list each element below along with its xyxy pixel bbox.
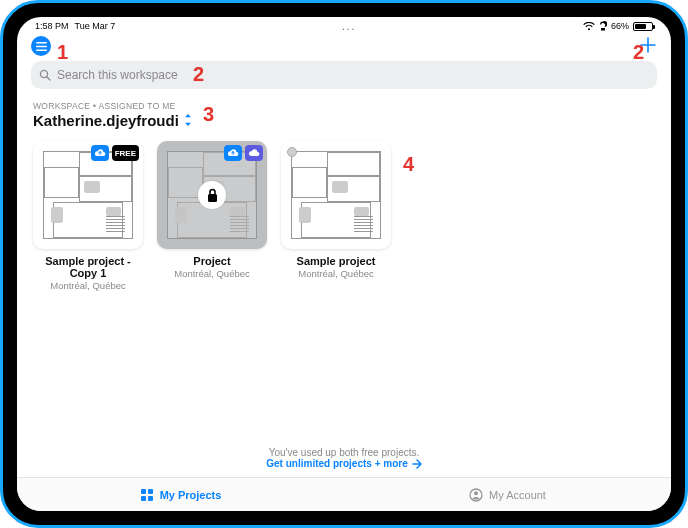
svg-line-4 [47, 77, 50, 80]
floorplan-preview [291, 151, 381, 239]
tab-my-account-label: My Account [489, 489, 546, 501]
upsell-banner: You've used up both free projects. Get u… [17, 441, 671, 477]
add-project-button[interactable] [639, 36, 657, 57]
orientation-lock-icon [599, 21, 607, 31]
project-thumbnail[interactable] [157, 141, 267, 249]
status-center-dots: ... [115, 21, 583, 32]
svg-rect-2 [36, 49, 47, 51]
svg-rect-8 [141, 496, 146, 501]
screen: 1:58 PM Tue Mar 7 ... 66% [17, 17, 671, 511]
svg-rect-9 [148, 496, 153, 501]
project-subtitle: Montréal, Québec [50, 280, 126, 291]
search-input[interactable]: Search this workspace [31, 61, 657, 89]
svg-rect-1 [36, 45, 47, 47]
badge-row [224, 145, 263, 161]
header-row [17, 35, 671, 57]
upsell-link-text: Get unlimited projects + more [266, 458, 407, 469]
status-right: 66% [583, 21, 653, 31]
project-title: Sample project [297, 255, 376, 267]
person-circle-icon [469, 488, 483, 502]
status-left: 1:58 PM Tue Mar 7 [35, 21, 115, 31]
svg-point-3 [40, 70, 47, 77]
svg-point-11 [474, 491, 478, 495]
list-icon [36, 42, 47, 51]
search-wrap: Search this workspace [17, 57, 671, 89]
upsell-link[interactable]: Get unlimited projects + more [266, 458, 421, 469]
project-title: Sample project - Copy 1 [33, 255, 143, 279]
battery-pct: 66% [611, 21, 629, 31]
projects-grid: FREESample project - Copy 1Montréal, Qué… [17, 135, 671, 291]
cloud-icon [245, 145, 263, 161]
workspace-list-button[interactable] [31, 36, 51, 56]
chevron-updown-icon [183, 112, 193, 129]
project-card[interactable]: Sample projectMontréal, Québec [281, 141, 391, 291]
tab-my-account[interactable]: My Account [344, 478, 671, 511]
battery-icon [633, 22, 653, 31]
cloud-sync-icon [91, 145, 109, 161]
project-subtitle: Montréal, Québec [174, 268, 250, 279]
project-card[interactable]: ProjectMontréal, Québec [157, 141, 267, 291]
free-badge: FREE [112, 145, 139, 161]
project-card[interactable]: FREESample project - Copy 1Montréal, Qué… [33, 141, 143, 291]
grid-icon [140, 488, 154, 502]
cloud-sync-icon [224, 145, 242, 161]
badge-row: FREE [91, 145, 139, 161]
upsell-line1: You've used up both free projects. [17, 447, 671, 458]
device-frame: 1:58 PM Tue Mar 7 ... 66% [0, 0, 688, 528]
lock-icon [198, 181, 226, 209]
svg-rect-6 [141, 489, 146, 494]
search-placeholder: Search this workspace [57, 68, 178, 82]
status-bar: 1:58 PM Tue Mar 7 ... 66% [17, 17, 671, 35]
project-subtitle: Montréal, Québec [298, 268, 374, 279]
status-date: Tue Mar 7 [75, 21, 116, 31]
project-thumbnail[interactable]: FREE [33, 141, 143, 249]
workspace-label: WORKSPACE • ASSIGNED TO ME [33, 101, 655, 111]
workspace-header: WORKSPACE • ASSIGNED TO ME Katherine.dje… [17, 89, 671, 135]
floorplan-preview [43, 151, 133, 239]
status-time: 1:58 PM [35, 21, 69, 31]
svg-rect-5 [208, 194, 217, 202]
arrow-right-icon [412, 459, 422, 469]
tab-my-projects-label: My Projects [160, 489, 222, 501]
workspace-title-text: Katherine.djeyfroudi [33, 112, 179, 129]
plus-icon [639, 36, 657, 54]
workspace-selector[interactable]: Katherine.djeyfroudi [33, 112, 655, 129]
status-dot-icon [287, 147, 297, 157]
search-icon [39, 69, 51, 81]
svg-rect-7 [148, 489, 153, 494]
project-title: Project [193, 255, 230, 267]
svg-rect-0 [36, 42, 47, 44]
project-thumbnail[interactable] [281, 141, 391, 249]
tab-bar: My Projects My Account [17, 477, 671, 511]
tab-my-projects[interactable]: My Projects [17, 478, 344, 511]
wifi-icon [583, 22, 595, 31]
